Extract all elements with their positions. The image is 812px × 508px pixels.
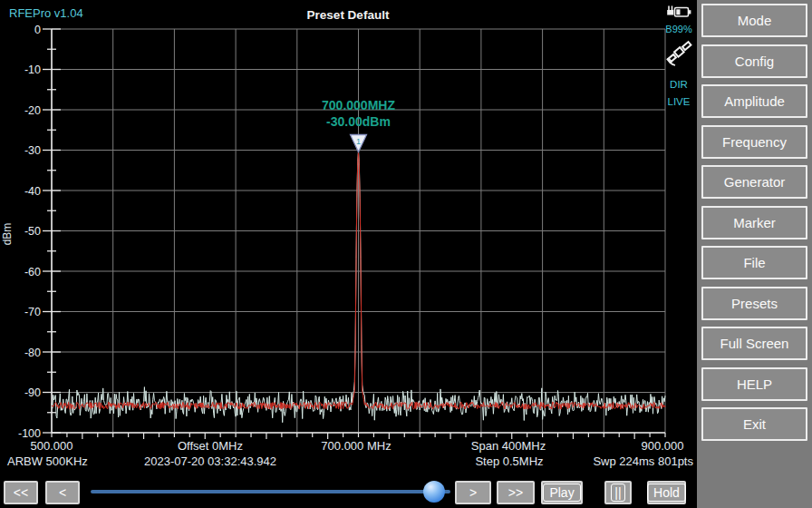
play-button[interactable]: Play <box>541 481 583 504</box>
rewind-button[interactable]: << <box>4 481 38 504</box>
svg-text:-30: -30 <box>24 144 41 157</box>
freq-offset-label: Offset 0MHz <box>178 439 243 453</box>
menu-button-frequency[interactable]: Frequency <box>701 125 807 159</box>
freq-start-label: 500.000 <box>31 439 73 453</box>
svg-text:-90: -90 <box>24 386 41 399</box>
menu-button-mode[interactable]: Mode <box>701 4 807 37</box>
freq-end-label: 900.000 <box>642 439 684 453</box>
svg-text:-100: -100 <box>18 427 41 440</box>
freq-span-label: Span 400MHz <box>471 439 546 453</box>
spectrum-plot[interactable]: 0-10-20-30-40-50-60-70-80-90-1001700.000… <box>0 0 696 475</box>
fast-forward-button[interactable]: >> <box>497 481 535 504</box>
svg-text:1: 1 <box>356 137 361 146</box>
sweep-label: Swp 224ms 801pts <box>593 454 693 468</box>
menu-button-marker[interactable]: Marker <box>701 206 807 239</box>
arbw-label: ARBW 500KHz <box>7 454 88 468</box>
pause-button-label: || <box>611 484 624 502</box>
svg-text:-10: -10 <box>24 64 41 76</box>
hold-button-label: Hold <box>647 484 686 502</box>
sweep-position-slider-thumb[interactable] <box>423 481 445 503</box>
svg-text:-40: -40 <box>24 185 41 198</box>
freq-center-label: 700.000 MHz <box>321 439 391 453</box>
play-button-label: Play <box>543 484 580 502</box>
menu-button-config[interactable]: Config <box>701 44 807 78</box>
svg-text:-20: -20 <box>24 104 41 117</box>
menu-panel: Mode Config Amplitude Frequency Generato… <box>697 0 812 508</box>
menu-button-file[interactable]: File <box>701 246 807 279</box>
step-back-button[interactable]: < <box>45 481 80 504</box>
timestamp-label: 2023-07-20 03:32:43.942 <box>144 454 276 468</box>
svg-text:-80: -80 <box>24 347 41 359</box>
svg-text:700.000MHZ: 700.000MHZ <box>322 98 395 112</box>
menu-button-fullscreen[interactable]: Full Screen <box>701 327 807 360</box>
spectrum-analyzer-app: RFEPro v1.04 Preset Default B99% <box>0 0 812 508</box>
y-axis-unit-label: dBm <box>1 216 14 252</box>
svg-text:-60: -60 <box>24 266 41 278</box>
menu-button-presets[interactable]: Presets <box>701 287 807 320</box>
hold-button[interactable]: Hold <box>647 481 686 504</box>
menu-button-amplitude[interactable]: Amplitude <box>701 84 807 118</box>
svg-text:-70: -70 <box>24 306 41 318</box>
step-label: Step 0.5MHz <box>475 454 543 468</box>
menu-button-generator[interactable]: Generator <box>701 165 807 199</box>
svg-text:-50: -50 <box>24 225 41 238</box>
step-forward-button[interactable]: > <box>455 481 491 504</box>
sweep-position-slider-track[interactable] <box>91 490 450 493</box>
menu-button-exit[interactable]: Exit <box>701 407 807 441</box>
svg-text:-30.00dBm: -30.00dBm <box>326 114 391 129</box>
pause-button[interactable]: || <box>604 481 632 504</box>
menu-button-help[interactable]: HELP <box>701 367 807 401</box>
svg-text:0: 0 <box>34 24 41 36</box>
